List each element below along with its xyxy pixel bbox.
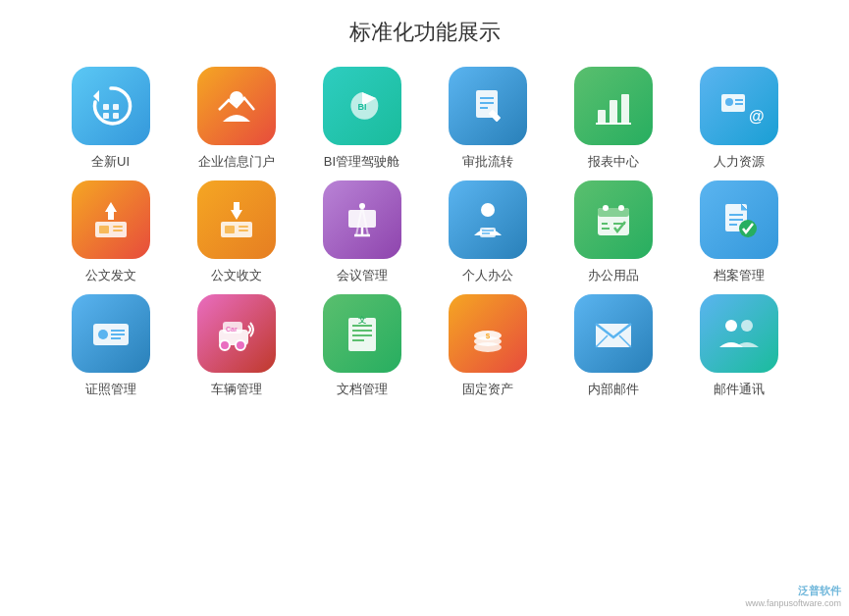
icon-box-car: Car (197, 294, 276, 373)
icon-label-audit: 审批流转 (462, 153, 513, 171)
icon-item-portal[interactable]: 企业信息门户 (183, 67, 291, 171)
icon-box-audit (449, 67, 527, 145)
svg-rect-2 (113, 104, 119, 110)
icon-item-car[interactable]: Car 车辆管理 (183, 294, 291, 398)
icon-box-portal (197, 67, 276, 145)
svg-rect-27 (225, 226, 235, 233)
icon-box-xinui (72, 67, 150, 145)
icon-box-hr: @ (700, 67, 778, 145)
watermark-logo: 泛普软件 (798, 584, 841, 598)
svg-rect-24 (113, 230, 123, 231)
svg-rect-3 (103, 113, 109, 119)
svg-point-77 (741, 320, 753, 332)
svg-text:文: 文 (358, 315, 366, 325)
svg-marker-0 (93, 90, 99, 102)
icon-label-send: 公文发文 (85, 267, 136, 284)
svg-point-61 (236, 340, 245, 350)
svg-rect-31 (348, 210, 376, 228)
icon-box-personal (449, 180, 527, 259)
icon-grid: 全新UI 企业信息门户 BI (0, 57, 849, 408)
icon-box-cert (72, 294, 150, 373)
icon-item-contact[interactable]: 邮件通讯 (685, 294, 793, 398)
icon-item-mail[interactable]: 内部邮件 (559, 294, 667, 398)
grid-row-3: 证照管理 Car 车辆管理 (57, 294, 793, 398)
icon-item-meeting[interactable]: 会议管理 (308, 180, 416, 284)
icon-box-doc: 文 (323, 294, 401, 373)
icon-label-contact: 邮件通讯 (714, 381, 765, 398)
icon-item-send[interactable]: 公文发文 (57, 180, 165, 284)
icon-box-meeting (323, 180, 401, 259)
icon-item-bi[interactable]: BI BI管理驾驶舱 (308, 67, 416, 171)
icon-label-personal: 个人办公 (462, 267, 513, 284)
svg-point-76 (725, 320, 737, 332)
icon-item-personal[interactable]: 个人办公 (434, 180, 542, 284)
icon-label-car: 车辆管理 (211, 381, 262, 398)
icon-label-cert: 证照管理 (85, 381, 136, 398)
svg-point-43 (603, 205, 609, 211)
icon-item-doc[interactable]: 文 文档管理 (308, 294, 416, 398)
grid-row-1: 全新UI 企业信息门户 BI (57, 67, 793, 171)
svg-point-60 (220, 340, 230, 350)
icon-label-meeting: 会议管理 (337, 267, 388, 284)
svg-text:@: @ (749, 108, 765, 125)
svg-point-54 (98, 330, 108, 339)
svg-rect-23 (113, 226, 123, 228)
page-title: 标准化功能展示 (0, 0, 849, 57)
icon-label-asset: 固定资产 (462, 381, 513, 398)
svg-rect-42 (598, 208, 629, 217)
icon-box-bi: BI (323, 67, 401, 145)
svg-text:BI: BI (357, 102, 366, 112)
icon-item-office[interactable]: 办公用品 (559, 180, 667, 284)
icon-label-bi: BI管理驾驶舱 (324, 153, 399, 171)
svg-point-37 (481, 203, 495, 217)
svg-marker-25 (105, 202, 117, 220)
icon-item-asset[interactable]: $ 固定资产 (434, 294, 542, 398)
icon-item-xinui[interactable]: 全新UI (57, 67, 165, 171)
svg-text:$: $ (485, 332, 490, 340)
icon-box-contact (700, 294, 778, 373)
icon-label-xinui: 全新UI (91, 153, 130, 171)
svg-rect-38 (480, 228, 496, 237)
svg-rect-28 (239, 226, 248, 228)
icon-box-asset: $ (449, 294, 527, 373)
icon-label-office: 办公用品 (588, 267, 639, 284)
svg-rect-4 (113, 113, 119, 119)
svg-rect-29 (239, 230, 248, 231)
svg-text:Car: Car (226, 326, 238, 333)
icon-item-cert[interactable]: 证照管理 (57, 294, 165, 398)
svg-rect-12 (598, 110, 606, 124)
icon-label-mail: 内部邮件 (588, 381, 639, 398)
svg-rect-14 (621, 94, 629, 124)
watermark-url: www.fanpusoftware.com (745, 598, 841, 608)
svg-rect-13 (610, 100, 617, 124)
icon-label-report: 报表中心 (588, 153, 639, 171)
icon-box-send (72, 180, 150, 259)
icon-item-recv[interactable]: 公文收文 (183, 180, 291, 284)
icon-label-doc: 文档管理 (337, 381, 388, 398)
icon-box-report (574, 67, 653, 145)
icon-item-report[interactable]: 报表中心 (559, 67, 667, 171)
svg-rect-1 (103, 104, 109, 110)
icon-label-portal: 企业信息门户 (198, 153, 275, 171)
svg-point-17 (725, 98, 733, 106)
icon-box-office (574, 180, 653, 259)
svg-point-36 (359, 203, 365, 209)
icon-item-audit[interactable]: 审批流转 (434, 67, 542, 171)
icon-label-hr: 人力资源 (714, 153, 765, 171)
icon-label-archive: 档案管理 (714, 267, 765, 284)
svg-marker-30 (231, 202, 242, 220)
svg-point-44 (618, 205, 624, 211)
icon-box-mail (574, 294, 653, 373)
svg-rect-22 (99, 226, 109, 233)
icon-item-hr[interactable]: @ 人力资源 (685, 67, 793, 171)
watermark: 泛普软件 www.fanpusoftware.com (745, 584, 841, 608)
icon-box-recv (197, 180, 276, 259)
icon-item-archive[interactable]: 档案管理 (685, 180, 793, 284)
grid-row-2: 公文发文 公文收文 (57, 180, 793, 284)
icon-label-recv: 公文收文 (211, 267, 262, 284)
icon-box-archive (700, 180, 778, 259)
